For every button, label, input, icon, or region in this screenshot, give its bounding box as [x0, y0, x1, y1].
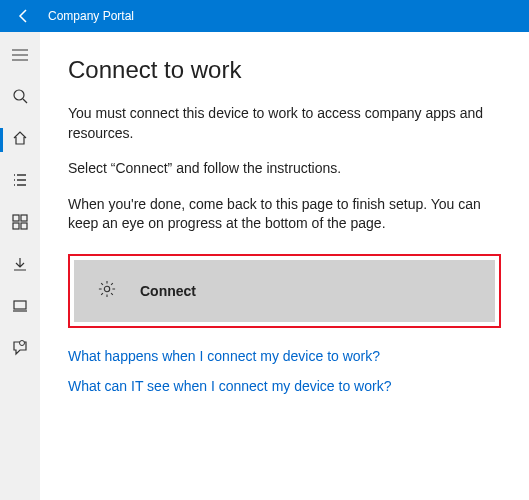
sidebar-item-apps[interactable]	[0, 204, 40, 244]
hamburger-icon	[12, 47, 28, 65]
sidebar-item-menu[interactable]	[0, 36, 40, 76]
svg-point-0	[14, 90, 24, 100]
svg-point-6	[20, 341, 25, 346]
back-button[interactable]	[8, 0, 40, 32]
gear-icon	[98, 280, 116, 302]
titlebar: Company Portal	[0, 0, 529, 32]
feedback-icon	[12, 340, 28, 360]
main-content: Connect to work You must connect this de…	[40, 32, 529, 500]
svg-rect-5	[14, 301, 26, 309]
apps-icon	[12, 214, 28, 234]
svg-rect-4	[21, 223, 27, 229]
list-icon	[12, 172, 28, 192]
home-icon	[12, 130, 28, 150]
app-title: Company Portal	[48, 9, 134, 23]
body-paragraph-2: Select “Connect” and follow the instruct…	[68, 159, 501, 179]
link-what-happens[interactable]: What happens when I connect my device to…	[68, 348, 501, 364]
sidebar-item-downloads[interactable]	[0, 246, 40, 286]
svg-point-7	[104, 286, 109, 291]
svg-rect-1	[13, 215, 19, 221]
sidebar-item-devices[interactable]	[0, 288, 40, 328]
connect-button[interactable]: Connect	[74, 260, 495, 322]
sidebar-item-list[interactable]	[0, 162, 40, 202]
search-icon	[12, 88, 28, 108]
page-title: Connect to work	[68, 56, 501, 84]
body-paragraph-3: When you're done, come back to this page…	[68, 195, 501, 234]
body-paragraph-1: You must connect this device to work to …	[68, 104, 501, 143]
connect-label: Connect	[140, 283, 196, 299]
download-icon	[12, 256, 28, 276]
connect-highlight-box: Connect	[68, 254, 501, 328]
sidebar	[0, 32, 40, 500]
svg-rect-3	[13, 223, 19, 229]
device-icon	[12, 298, 28, 318]
sidebar-item-search[interactable]	[0, 78, 40, 118]
svg-rect-2	[21, 215, 27, 221]
sidebar-item-home[interactable]	[0, 120, 40, 160]
sidebar-item-feedback[interactable]	[0, 330, 40, 370]
link-what-it-sees[interactable]: What can IT see when I connect my device…	[68, 378, 501, 394]
